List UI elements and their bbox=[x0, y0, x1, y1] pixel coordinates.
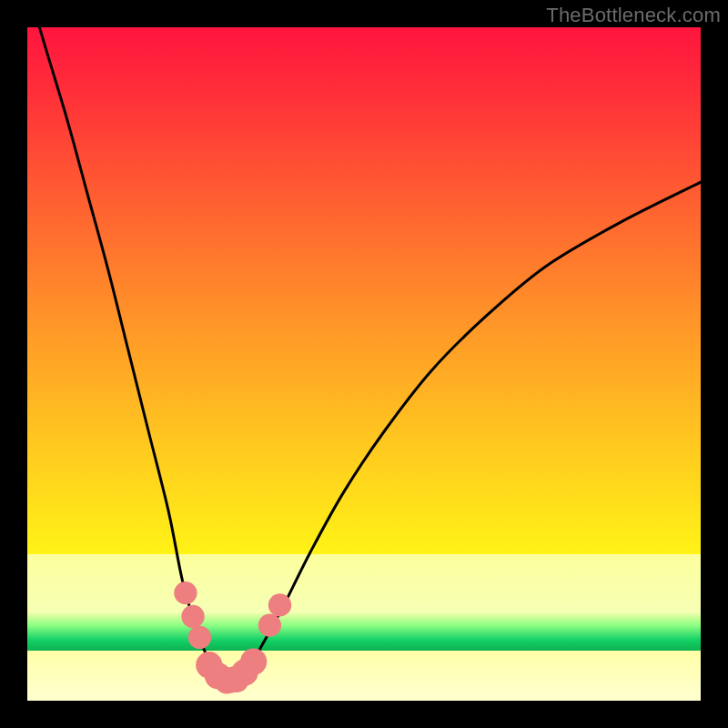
outer-frame: TheBottleneck.com bbox=[0, 0, 728, 728]
plot-area bbox=[27, 27, 701, 701]
curve-marker bbox=[258, 613, 281, 636]
bottleneck-curve bbox=[27, 27, 701, 681]
curve-marker bbox=[188, 626, 211, 649]
curve-marker bbox=[240, 648, 267, 674]
curve-markers bbox=[174, 581, 291, 694]
chart-svg bbox=[27, 27, 701, 701]
curve-marker bbox=[181, 605, 204, 628]
curve-marker bbox=[174, 581, 197, 604]
curve-marker bbox=[268, 593, 291, 616]
watermark-text: TheBottleneck.com bbox=[546, 4, 721, 27]
